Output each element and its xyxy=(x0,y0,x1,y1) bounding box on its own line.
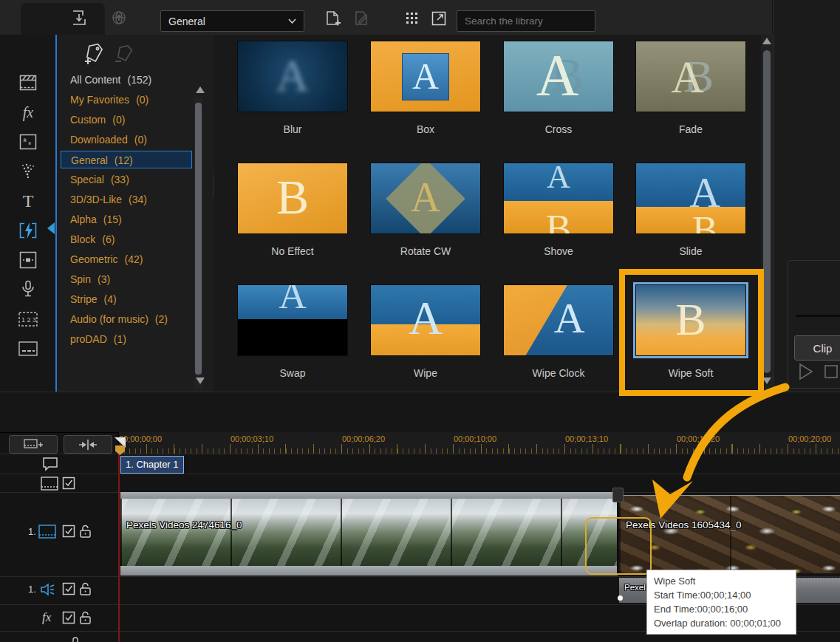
playhead-line xyxy=(118,448,120,642)
category-general[interactable]: General(12) xyxy=(61,151,192,168)
chapter-marker[interactable]: 1. Chapter 1 xyxy=(120,456,184,474)
category-3d-3d-like[interactable]: 3D/3D-Like(34) xyxy=(61,191,192,208)
ruler-timestamp: 00;00;06;20 xyxy=(334,434,393,443)
transition-overlap-region[interactable] xyxy=(585,517,652,575)
video-track-icon xyxy=(38,525,56,539)
ruler-timestamp: 00;00;10;00 xyxy=(445,434,505,443)
category-scrollbar-thumb[interactable] xyxy=(195,103,202,375)
room-rail: fx ** T xyxy=(0,35,55,392)
audio-track-icon xyxy=(40,582,56,597)
play-button[interactable] xyxy=(795,361,816,382)
transition-thumb-wipe-clock[interactable]: A xyxy=(503,284,614,356)
transition-thumb-wipe[interactable]: A xyxy=(370,284,481,356)
ruler-ticks xyxy=(118,443,840,454)
chapter-track-icon[interactable] xyxy=(42,457,58,471)
video-track-number: 1. xyxy=(28,526,36,537)
grid-scroll-up[interactable] xyxy=(762,38,771,44)
video-clip-1[interactable] xyxy=(120,499,618,566)
transition-thumb-swap[interactable]: A xyxy=(237,284,348,356)
svg-text:1 2 3: 1 2 3 xyxy=(21,316,36,324)
category-special[interactable]: Special(33) xyxy=(61,171,192,188)
clip1-selection-bar-top xyxy=(120,492,618,499)
fx-track-label: fx xyxy=(42,610,51,625)
transition-label-no-effect: No Effect xyxy=(227,245,358,259)
tooltip-end-time: End Time:00;00;16;00 xyxy=(654,602,789,616)
track-manager-button[interactable] xyxy=(9,435,58,454)
snap-to-clips-button[interactable] xyxy=(64,435,112,454)
stop-button[interactable] xyxy=(824,364,839,379)
library-search[interactable] xyxy=(457,10,595,32)
powerdirector-window: General xyxy=(0,0,840,642)
fx-track-lock-icon[interactable] xyxy=(79,610,92,625)
subtitle-room-icon[interactable] xyxy=(18,339,38,358)
category-dropdown[interactable]: General xyxy=(160,10,304,32)
edit-template-icon[interactable] xyxy=(352,10,370,27)
transition-thumb-box[interactable]: B A xyxy=(370,41,481,112)
audio-clip-keyframe-dot[interactable] xyxy=(618,595,623,601)
category-dropdown-value: General xyxy=(168,16,205,27)
audio-track-number: 1. xyxy=(28,584,36,595)
transition-thumb-fade[interactable]: B A xyxy=(635,41,746,112)
category-all-content[interactable]: All Content(152) xyxy=(61,71,192,89)
library-tab-notch xyxy=(21,3,105,35)
video-track-enable-checkbox[interactable] xyxy=(62,525,75,538)
video-track-lock-icon[interactable] xyxy=(79,524,92,539)
download-from-web-icon[interactable] xyxy=(110,9,128,27)
grid-scrollbar-thumb[interactable] xyxy=(763,50,771,373)
overlay-track-enable-checkbox[interactable] xyxy=(62,477,75,490)
transition-label-shove: Shove xyxy=(493,245,624,259)
preview-seek-slider[interactable] xyxy=(796,315,840,317)
category-scroll-down[interactable] xyxy=(196,378,205,384)
transition-thumb-blur[interactable]: A xyxy=(237,41,348,112)
add-tag-icon[interactable] xyxy=(81,44,106,66)
category-alpha[interactable]: Alpha(15) xyxy=(61,211,192,228)
category-panel: All Content(152) My Favorites(0) Custom(… xyxy=(55,35,214,392)
clip-boundary-grip[interactable] xyxy=(612,488,624,502)
category-geometric[interactable]: Geometric(42) xyxy=(61,250,192,268)
overlay-track-icon xyxy=(41,477,58,491)
search-input[interactable] xyxy=(463,15,597,27)
svg-text:*: * xyxy=(28,140,32,149)
clip-mode-button[interactable]: Clip xyxy=(794,335,840,361)
audio-track-lock-icon[interactable] xyxy=(79,581,92,596)
audio-track-enable-checkbox[interactable] xyxy=(62,582,75,595)
clip1-selection-bar-bottom xyxy=(120,566,618,576)
transition-action-bar: ★ Drag the selected transition to a vide… xyxy=(0,392,840,434)
title-room-icon[interactable]: T xyxy=(18,191,38,211)
transition-label-fade: Fade xyxy=(625,123,757,137)
transition-tooltip: Wipe Soft Start Time:00;00;14;00 End Tim… xyxy=(646,570,796,635)
tooltip-overlap-duration: Overlap duration: 00;00;01;00 xyxy=(654,616,789,630)
import-media-icon[interactable] xyxy=(69,8,89,27)
fx-track-enable-checkbox[interactable] xyxy=(62,611,75,624)
effect-room-icon[interactable]: fx xyxy=(18,103,38,122)
voice-over-room-icon[interactable] xyxy=(18,280,38,299)
category-my-favorites[interactable]: My Favorites(0) xyxy=(61,91,192,109)
category-audio-for-music[interactable]: Audio (for music)(2) xyxy=(61,310,192,328)
transition-thumb-no-effect[interactable]: B xyxy=(237,163,348,234)
category-stripe[interactable]: Stripe(4) xyxy=(61,290,192,308)
expand-library-icon[interactable] xyxy=(431,11,446,26)
video-clip-2[interactable] xyxy=(619,495,840,573)
category-block[interactable]: Block(6) xyxy=(61,230,192,248)
transition-thumb-rotate-cw[interactable]: A xyxy=(370,163,481,234)
particle-room-icon[interactable] xyxy=(18,162,38,181)
transition-room-icon[interactable] xyxy=(18,221,38,240)
library-menu-icon[interactable] xyxy=(406,12,420,24)
transition-thumb-shove[interactable]: A B xyxy=(503,163,614,234)
transition-label-blur: Blur xyxy=(227,123,358,137)
pip-objects-room-icon[interactable]: ** xyxy=(18,132,38,151)
media-room-icon[interactable] xyxy=(18,73,38,92)
category-scroll-up[interactable] xyxy=(196,86,205,93)
audio-mixing-room-icon[interactable] xyxy=(18,250,38,270)
remove-tag-icon[interactable] xyxy=(112,45,134,64)
video-clip-1-label: Pexels Videos 2474616_0 xyxy=(126,519,242,530)
category-downloaded[interactable]: Downloaded(0) xyxy=(61,131,192,148)
category-custom[interactable]: Custom(0) xyxy=(61,111,192,129)
category-prodad[interactable]: proDAD(1) xyxy=(61,330,192,348)
ruler-timestamp: 00;00;20;00 xyxy=(780,434,839,443)
transition-thumb-slide[interactable]: A B xyxy=(635,163,746,234)
new-template-icon[interactable] xyxy=(324,10,341,27)
category-spin[interactable]: Spin(3) xyxy=(61,270,192,288)
chapter-room-icon[interactable]: 1 2 3 xyxy=(18,310,38,329)
transition-thumb-cross[interactable]: B A xyxy=(503,41,614,112)
